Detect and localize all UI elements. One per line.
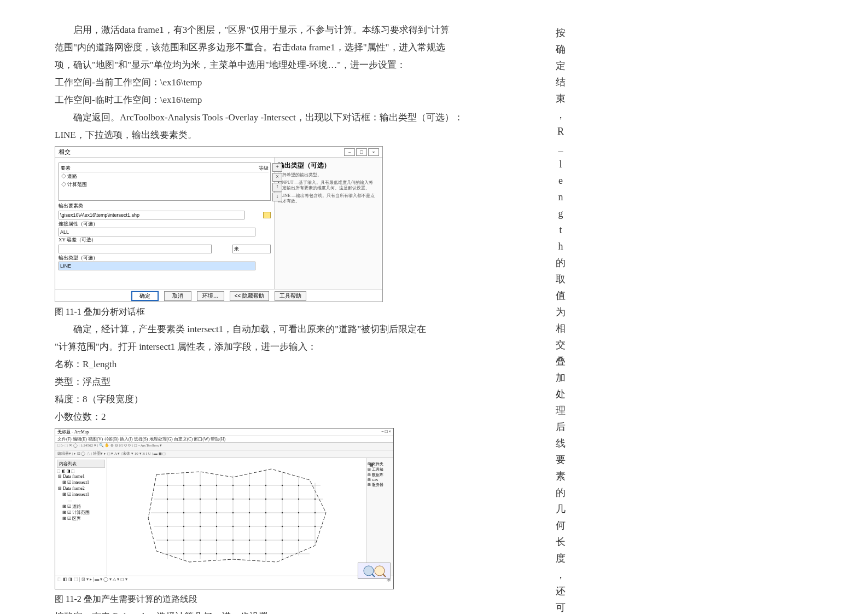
svg-point-43 <box>282 512 283 513</box>
hide-help-button[interactable]: << 隐藏帮助 <box>230 291 269 301</box>
data-frame-2[interactable]: Data frame2 <box>63 486 85 491</box>
arcmap-statusbar: ⬚ ◧ ◨ ⬚ | ⊡ ▾ ▸ | ▬ ▾ ◯ ▾ △ ▾ ◻ ▾ 米 <box>55 576 393 583</box>
layer-item[interactable]: 道路 <box>72 504 81 509</box>
arcmap-toolbar-1[interactable]: □ ▷ ⬚ ✕ ◯ | 1:24562 ▾ | 🔍 ✋ ⊕ ⊖ ◰ ⟲ ⟳ | … <box>55 443 393 450</box>
toc-title: 内容列表 <box>57 460 105 468</box>
help-panel-title: 输出类型（可选） <box>278 161 377 170</box>
paragraph: 范围"内的道路网密度，该范围和区界多边形不重合。右击data frame1，选择… <box>55 39 503 56</box>
layer-item[interactable]: 区界 <box>72 516 81 521</box>
up-icon[interactable]: ↑ <box>272 183 282 192</box>
paragraph: 确定，经计算，产生要素类 intersect1，自动加载，可看出原来的"道路"被… <box>55 321 503 338</box>
arcmap-window: 无标题 - ArcMap − □ × 文件(F) 编辑(E) 视图(V) 书签(… <box>55 428 394 589</box>
close-icon[interactable]: × <box>368 148 379 156</box>
svg-point-42 <box>265 512 266 513</box>
svg-point-29 <box>216 499 217 500</box>
col-feature: 要素 <box>61 165 71 172</box>
layer-intersect1[interactable]: intersect1 <box>72 480 89 485</box>
xy-tolerance-label: XY 容差（可选） <box>59 236 271 244</box>
arcmap-menubar[interactable]: 文件(F) 编辑(E) 视图(V) 书签(B) 插入(I) 选择(S) 地理处理… <box>55 436 393 443</box>
svg-marker-0 <box>148 469 326 562</box>
paragraph: 确定返回。ArcToolbox-Analysis Tools -Overlay … <box>55 109 503 126</box>
svg-point-48 <box>200 526 201 527</box>
paragraph: 工作空间-临时工作空间：\ex16\temp <box>55 92 503 108</box>
svg-point-59 <box>216 540 217 541</box>
dialog-title-text: 相交 <box>59 148 71 156</box>
folder-icon[interactable] <box>263 212 271 218</box>
tool-help-button[interactable]: 工具帮助 <box>275 291 306 301</box>
svg-point-49 <box>216 526 217 527</box>
svg-line-74 <box>372 574 375 577</box>
svg-point-52 <box>265 526 266 527</box>
svg-point-67 <box>216 553 217 554</box>
paragraph: 精度：8（字段宽度） <box>55 391 503 408</box>
svg-point-53 <box>282 526 283 527</box>
xy-tolerance-input[interactable] <box>59 245 212 253</box>
svg-point-66 <box>200 553 201 554</box>
svg-point-63 <box>282 540 283 541</box>
down-icon[interactable]: ↓ <box>272 193 282 201</box>
ok-button[interactable]: 确定 <box>131 291 159 301</box>
svg-point-70 <box>265 553 266 554</box>
intersect-dialog: 相交 − □ × 要素 等级 ◇ 道路 ◇ 计算范围 + × <box>55 146 383 302</box>
paragraph: 按确定，右击 R_length，选择计算几何，进一步设置： <box>55 609 503 614</box>
svg-point-41 <box>249 512 250 513</box>
output-fc-label: 输出要素类 <box>59 202 271 210</box>
paragraph: 名称：R_length <box>55 356 503 373</box>
map-canvas[interactable] <box>107 458 366 576</box>
list-item[interactable]: 道路 <box>67 173 77 179</box>
xy-unit-select[interactable] <box>232 245 271 253</box>
arcmap-toolbar-2[interactable]: 编辑器▾ | ▸ ⊡ ◯ △ | 绘图▾ ▸ ◻ ▾ A ▾ | 宋体 ▾ 10… <box>55 450 393 458</box>
svg-point-38 <box>200 512 201 513</box>
svg-point-18 <box>183 485 184 486</box>
paragraph: 启用，激活data frame1，有3个图层，"区界"仅用于显示，不参与计算。本… <box>55 22 503 38</box>
cancel-button[interactable]: 取消 <box>164 291 191 301</box>
svg-point-54 <box>298 526 299 527</box>
remove-icon[interactable]: × <box>272 173 282 182</box>
svg-point-19 <box>200 485 201 486</box>
svg-point-58 <box>200 540 201 541</box>
help-text: 选择希望的输出类型。 <box>278 172 377 178</box>
list-item[interactable]: 计算范围 <box>67 182 87 187</box>
svg-point-44 <box>298 512 299 513</box>
svg-point-56 <box>167 540 168 541</box>
svg-point-64 <box>298 540 299 541</box>
svg-point-46 <box>167 526 168 527</box>
svg-point-62 <box>265 540 266 541</box>
paragraph: 类型：浮点型 <box>55 374 503 390</box>
svg-point-31 <box>249 499 250 500</box>
figure-caption: 图 11-2 叠加产生需要计算的道路线段 <box>55 594 503 605</box>
svg-point-71 <box>282 553 283 554</box>
svg-point-21 <box>232 485 234 486</box>
minimize-icon[interactable]: − <box>344 148 355 156</box>
join-attr-label: 连接属性（可选） <box>59 221 271 228</box>
svg-point-39 <box>216 512 217 513</box>
svg-point-22 <box>249 485 250 486</box>
col-rank: 等级 <box>259 165 269 172</box>
layer-item[interactable]: 计算范围 <box>72 510 90 515</box>
right-vertical-text: 按确定结束，R_length的取值为相交叠加处理后线要素的几何长度，还可以看 <box>552 25 569 614</box>
svg-point-61 <box>249 540 250 541</box>
svg-point-23 <box>265 485 266 486</box>
svg-point-60 <box>232 540 234 541</box>
feature-list[interactable]: 要素 等级 ◇ 道路 ◇ 计算范围 + × ↑ ↓ <box>59 163 271 201</box>
svg-point-36 <box>167 512 168 513</box>
svg-point-69 <box>249 553 250 554</box>
arcmap-titlebar: 无标题 - ArcMap − □ × <box>55 428 393 436</box>
svg-point-17 <box>167 485 168 486</box>
toc-panel[interactable]: 内容列表 ⬚ ◧ ◨ ⬚ ⊟ Data frame1 ⊞ ☑ intersect… <box>55 458 107 576</box>
svg-point-40 <box>232 512 234 513</box>
catalog-panel[interactable]: 目录 ⊞ 文件夹⊞ 工具箱⊞ 数据库⊞ GIS⊞ 服务器 <box>366 458 393 576</box>
output-type-label: 输出类型（可选） <box>59 254 271 262</box>
svg-point-20 <box>216 485 217 486</box>
add-icon[interactable]: + <box>272 163 282 172</box>
maximize-icon[interactable]: □ <box>356 148 367 156</box>
layer-item[interactable]: intersect1 <box>72 492 89 497</box>
paragraph: "计算范围"内。打开 intersect1 属性表，添加字段，进一步输入： <box>55 339 503 355</box>
data-frame-1[interactable]: Data frame1 <box>63 474 85 479</box>
output-fc-input[interactable] <box>59 211 244 219</box>
output-type-select[interactable] <box>59 262 255 270</box>
svg-point-57 <box>183 540 184 541</box>
svg-point-25 <box>298 485 299 486</box>
environment-button[interactable]: 环境… <box>197 291 224 301</box>
join-attr-select[interactable] <box>59 228 255 236</box>
